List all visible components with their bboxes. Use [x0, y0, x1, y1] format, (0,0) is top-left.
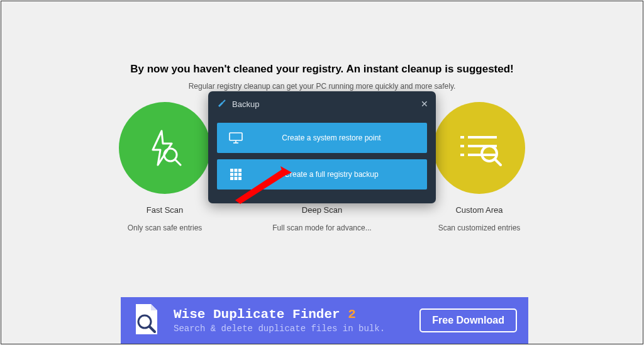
free-download-button[interactable]: Free Download — [419, 308, 517, 332]
promo-banner: Wise Duplicate Finder 2 Search & delete … — [121, 297, 528, 344]
svg-rect-22 — [230, 177, 233, 180]
svg-rect-19 — [230, 173, 233, 176]
page-subtitle: Regular registry cleanup can get your PC… — [1, 82, 643, 91]
svg-rect-13 — [230, 133, 242, 140]
fast-scan-desc: Only scan safe entries — [128, 223, 203, 232]
custom-area-label: Custom Area — [455, 205, 502, 215]
create-restore-point-label: Create a system restore point — [255, 133, 427, 142]
svg-line-11 — [495, 159, 501, 165]
promo-tagline: Search & delete duplicate files in bulk. — [174, 324, 419, 334]
monitor-icon — [217, 132, 255, 144]
fast-scan-label: Fast Scan — [147, 205, 184, 215]
deep-scan-desc: Full scan mode for advance... — [272, 223, 371, 232]
document-search-icon — [132, 303, 160, 338]
svg-rect-16 — [230, 169, 233, 172]
svg-marker-26 — [235, 169, 287, 204]
deep-scan-label: Deep Scan — [302, 205, 342, 215]
broom-icon — [216, 98, 227, 110]
lightning-search-icon — [144, 127, 186, 169]
backup-dialog-titlebar: Backup ✕ — [208, 91, 436, 116]
svg-line-12 — [223, 100, 225, 103]
list-search-icon — [454, 127, 504, 169]
page-title: By now you haven't cleaned your registry… — [1, 1, 643, 76]
promo-title: Wise Duplicate Finder 2 — [174, 307, 419, 322]
backup-dialog-title: Backup — [232, 99, 421, 109]
promo-text: Wise Duplicate Finder 2 Search & delete … — [174, 307, 419, 334]
pointer-arrow-icon — [235, 166, 292, 204]
custom-area-desc: Scan customized entries — [438, 223, 521, 232]
fast-scan-icon-circle — [119, 102, 211, 194]
main-window: By now you haven't cleaned your registry… — [1, 1, 643, 344]
close-icon[interactable]: ✕ — [421, 99, 428, 109]
custom-area-option[interactable]: Custom Area Scan customized entries — [425, 102, 535, 232]
fast-scan-option[interactable]: Fast Scan Only scan safe entries — [110, 102, 220, 232]
create-restore-point-button[interactable]: Create a system restore point — [217, 123, 427, 153]
svg-line-1 — [175, 160, 180, 165]
custom-area-icon-circle — [433, 102, 525, 194]
